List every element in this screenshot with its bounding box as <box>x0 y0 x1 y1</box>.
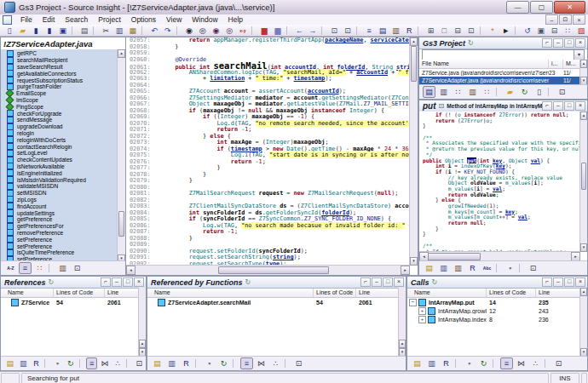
open-file-icon[interactable]: ▰ <box>17 25 29 37</box>
dock-pin-icon[interactable]: ⌐ <box>542 101 552 111</box>
column-header[interactable]: Name <box>407 289 487 297</box>
table-row[interactable]: Z7Service542061 <box>1 298 146 306</box>
context-window-icon[interactable]: ▤ <box>377 25 389 37</box>
symbol-item[interactable]: getPreference <box>1 216 118 223</box>
highlight-icon[interactable]: ▆ <box>258 25 270 37</box>
references-scrollbar[interactable]: ▴ ▾ <box>138 288 146 357</box>
browse-icon[interactable]: R <box>440 357 453 369</box>
table-row[interactable]: +IntArrayMap.indexOfK8236 <box>407 315 587 323</box>
symbol-item[interactable]: checkContentUpdates <box>1 157 118 163</box>
search-icon[interactable]: ◉ <box>183 25 195 37</box>
document-icon[interactable] <box>3 15 12 25</box>
highlight-off-icon[interactable]: ▆ <box>272 25 284 37</box>
referenced-by-scrollbar[interactable]: ▴ ▾ <box>398 288 406 357</box>
symbol-item[interactable]: isEngineInitialized <box>1 169 118 176</box>
refresh-icon[interactable]: ↻ <box>65 357 76 369</box>
search-next-icon[interactable]: ◉ <box>210 25 222 37</box>
split-columns-icon[interactable]: ▥ <box>437 86 450 98</box>
file-list-row[interactable]: Z7ServiceAdapter.java (java\android\src\… <box>419 77 580 84</box>
editor-vscrollbar[interactable]: ▴ ▾ <box>409 37 418 266</box>
combo-value[interactable] <box>423 50 574 60</box>
symbol-item[interactable]: EmailScope <box>1 90 118 97</box>
redo-icon[interactable]: ↷ <box>162 25 174 37</box>
small-icons-icon[interactable]: ∷ <box>452 86 464 98</box>
symbol-item[interactable]: searchMailRecipient <box>1 57 118 64</box>
menu-item-window[interactable]: Window <box>187 15 222 24</box>
cascade-window-icon[interactable]: ⊡ <box>465 25 477 37</box>
activate-window-icon[interactable]: ▣ <box>535 25 547 37</box>
symbol-window-icon[interactable]: ≡ <box>363 25 375 37</box>
undo-icon[interactable]: ↶ <box>148 25 160 37</box>
symbol-scrollbar[interactable]: ▴ ▾ <box>117 49 125 263</box>
one-window-icon[interactable]: □ <box>438 25 450 37</box>
minimize-panel-icon[interactable]: – <box>553 38 563 48</box>
chevron-down-icon[interactable]: ▾ <box>574 50 584 60</box>
refresh-icon[interactable]: ↻ <box>477 357 490 369</box>
symbol-item[interactable]: ImScope <box>1 97 118 104</box>
search-files-icon[interactable]: ◎ <box>197 25 209 37</box>
symbol-item[interactable]: contactSearchRelogin <box>1 143 118 150</box>
minimize-button[interactable]: — <box>506 1 529 14</box>
refresh-icon[interactable]: ↻ <box>217 357 230 369</box>
symbol-item[interactable]: setLogLevel <box>1 150 118 157</box>
view-tree-icon[interactable]: ∴ <box>529 357 542 369</box>
maximize-panel-icon[interactable]: □ <box>564 38 574 48</box>
maximize-panel-icon[interactable]: □ <box>123 277 133 287</box>
book-icon[interactable]: ▥ <box>56 262 69 274</box>
properties-icon[interactable]: ⊡ <box>71 262 84 274</box>
export-icon[interactable]: ▤ <box>411 357 424 369</box>
export-icon[interactable]: ▤ <box>4 357 15 369</box>
view-graph-icon[interactable]: ⋈ <box>255 357 268 369</box>
browse-icon[interactable]: R <box>31 357 42 369</box>
copy-icon[interactable]: ▥ <box>165 357 178 369</box>
file-list-row[interactable]: Z7Service.java (java\android\src\com\sev… <box>419 69 580 77</box>
table-row[interactable]: −IntArrayMap.put14235 <box>407 298 587 306</box>
symbol-item[interactable]: getPreferencesFor <box>1 223 118 230</box>
nav-back-icon[interactable]: ↺ <box>522 25 533 37</box>
symbol-item[interactable]: setPreference <box>1 236 118 243</box>
column-header[interactable]: Lines of Code <box>487 289 536 297</box>
menu-item-view[interactable]: View <box>161 15 187 24</box>
print-icon[interactable]: ▤ <box>78 25 90 37</box>
menu-item-project[interactable]: Project <box>93 15 125 24</box>
view-list-icon[interactable]: ≡ <box>500 357 513 369</box>
table-row[interactable]: Z7ServiceAdapter.searchMail542061 <box>147 298 406 306</box>
close-panel-icon[interactable]: × <box>134 277 144 287</box>
close-panel-icon[interactable]: × <box>394 277 404 287</box>
lookup-refs-icon[interactable]: * <box>487 25 499 37</box>
book-icon[interactable]: ▥ <box>466 86 479 98</box>
sort-alpha-icon[interactable]: A-Z <box>4 262 17 274</box>
symbol-item[interactable]: getRPC <box>1 50 118 57</box>
menu-item-search[interactable]: Search <box>60 15 93 24</box>
maximize-panel-icon[interactable]: □ <box>564 277 574 287</box>
symbol-item[interactable]: saveSearchResult <box>1 64 118 71</box>
child-restore-button[interactable]: ⊡ <box>559 14 572 25</box>
symbol-item[interactable]: checkForUpgrade <box>1 110 118 117</box>
context-vscrollbar[interactable]: ▴ ▾ <box>579 111 587 252</box>
dots-icon[interactable]: ∷ <box>562 25 574 37</box>
symbol-item[interactable]: reloginWithDoCerts <box>1 136 118 143</box>
expand-icon[interactable]: + <box>418 307 426 315</box>
calls-scrollbar[interactable]: ▴ ▾ <box>579 288 587 357</box>
project-list-scrollbar[interactable]: ▴ ▾ <box>579 60 587 85</box>
properties-icon[interactable]: ⊡ <box>292 357 305 369</box>
child-close-button[interactable]: × <box>573 14 585 25</box>
symbol-item[interactable]: validateMSISDN <box>1 183 118 190</box>
symbol-item[interactable]: requestSubscriptionStatus <box>1 77 118 83</box>
expand-icon[interactable]: + <box>418 316 426 323</box>
symbol-item[interactable]: getAvailableConnectors <box>1 70 118 77</box>
symbol-item[interactable]: PingScope <box>1 103 118 110</box>
symbol-item[interactable]: setPreference <box>1 243 118 249</box>
export-icon[interactable]: ▤ <box>423 262 435 274</box>
view-list-icon[interactable]: ≡ <box>86 357 97 369</box>
copy-icon[interactable]: ▥ <box>113 25 125 37</box>
open-folder-icon[interactable]: ▰ <box>504 86 516 98</box>
view-symbols-icon[interactable]: ≡ <box>19 262 32 274</box>
maximize-panel-icon[interactable]: □ <box>383 277 393 287</box>
search-back-icon[interactable]: ◎ <box>223 25 235 37</box>
minimize-panel-icon[interactable]: – <box>372 277 382 287</box>
menu-item-options[interactable]: Options <box>126 15 161 24</box>
symbol-item[interactable]: upgradeDownload <box>1 123 118 130</box>
go-forward-icon[interactable]: → <box>307 25 319 37</box>
export-icon[interactable]: ▤ <box>151 357 164 369</box>
